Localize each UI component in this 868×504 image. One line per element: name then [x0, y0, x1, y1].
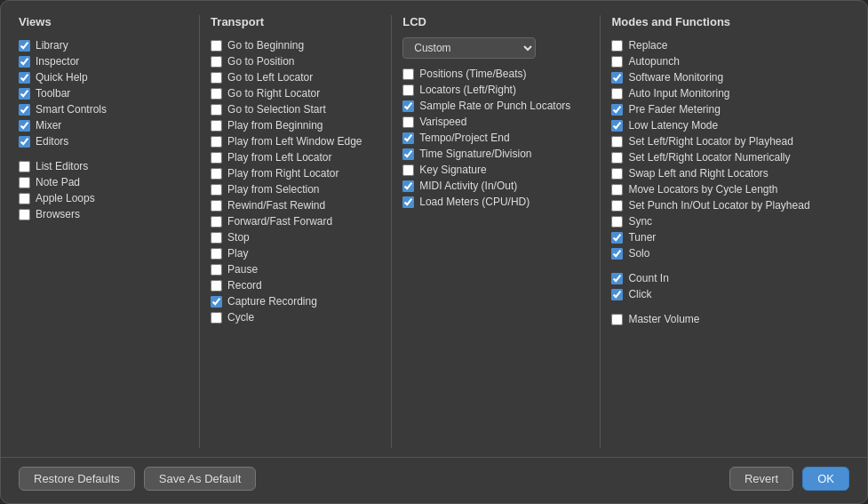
checkbox[interactable] — [611, 56, 623, 68]
checkbox[interactable] — [611, 232, 623, 244]
list-item[interactable]: Swap Left and Right Locators — [611, 165, 849, 181]
checkbox[interactable] — [402, 132, 414, 144]
list-item[interactable]: Replace — [611, 37, 849, 53]
list-item[interactable]: Master Volume — [611, 311, 849, 327]
checkbox[interactable] — [211, 296, 222, 308]
checkbox[interactable] — [19, 56, 30, 68]
checkbox[interactable] — [611, 273, 623, 284]
checkbox[interactable] — [211, 280, 222, 292]
checkbox[interactable] — [211, 136, 222, 148]
checkbox[interactable] — [402, 196, 414, 208]
checkbox[interactable] — [19, 193, 30, 204]
list-item[interactable]: Go to Position — [211, 53, 380, 69]
list-item[interactable]: Browsers — [19, 206, 188, 222]
list-item[interactable]: Key Signature — [402, 162, 589, 178]
lcd-dropdown[interactable]: Custom Time Beats Tempo — [402, 37, 536, 59]
checkbox[interactable] — [19, 40, 30, 52]
list-item[interactable]: Play from Right Locator — [211, 165, 380, 181]
checkbox[interactable] — [211, 88, 222, 100]
checkbox[interactable] — [211, 168, 222, 180]
checkbox[interactable] — [211, 72, 222, 84]
list-item[interactable]: Go to Selection Start — [211, 101, 380, 117]
checkbox[interactable] — [211, 56, 222, 68]
restore-defaults-button[interactable]: Restore Defaults — [19, 467, 135, 491]
list-item[interactable]: Mixer — [19, 117, 188, 133]
list-item[interactable]: Editors — [19, 133, 188, 149]
list-item[interactable]: Locators (Left/Right) — [402, 82, 589, 98]
list-item[interactable]: Click — [611, 286, 849, 302]
list-item[interactable]: Go to Right Locator — [211, 85, 380, 101]
list-item[interactable]: Positions (Time/Beats) — [402, 66, 589, 82]
list-item[interactable]: Play from Selection — [211, 181, 380, 197]
list-item[interactable]: Sync — [611, 213, 849, 229]
checkbox[interactable] — [402, 180, 414, 192]
list-item[interactable]: Pre Fader Metering — [611, 101, 849, 117]
checkbox[interactable] — [402, 116, 414, 128]
list-item[interactable]: List Editors — [19, 158, 188, 174]
checkbox[interactable] — [611, 88, 623, 100]
list-item[interactable]: Set Punch In/Out Locator by Playhead — [611, 197, 849, 213]
list-item[interactable]: Auto Input Monitoring — [611, 85, 849, 101]
list-item[interactable]: Go to Left Locator — [211, 69, 380, 85]
checkbox[interactable] — [611, 200, 623, 212]
checkbox[interactable] — [211, 312, 222, 324]
checkbox[interactable] — [611, 184, 623, 196]
list-item[interactable]: Play from Left Window Edge — [211, 133, 380, 149]
list-item[interactable]: Apple Loops — [19, 190, 188, 206]
list-item[interactable]: Record — [211, 277, 380, 293]
list-item[interactable]: Rewind/Fast Rewind — [211, 197, 380, 213]
list-item[interactable]: Cycle — [211, 309, 380, 325]
list-item[interactable]: Forward/Fast Forward — [211, 213, 380, 229]
list-item[interactable]: Low Latency Mode — [611, 117, 849, 133]
checkbox[interactable] — [611, 120, 623, 132]
checkbox[interactable] — [611, 314, 623, 325]
checkbox[interactable] — [611, 216, 623, 228]
save-as-default-button[interactable]: Save As Default — [144, 467, 257, 491]
checkbox[interactable] — [19, 161, 30, 172]
checkbox[interactable] — [211, 232, 222, 244]
list-item[interactable]: Play from Beginning — [211, 117, 380, 133]
checkbox[interactable] — [19, 120, 30, 132]
list-item[interactable]: Software Monitoring — [611, 69, 849, 85]
checkbox[interactable] — [402, 68, 414, 80]
checkbox[interactable] — [19, 88, 30, 100]
checkbox[interactable] — [611, 72, 623, 84]
list-item[interactable]: Toolbar — [19, 85, 188, 101]
checkbox[interactable] — [402, 148, 414, 160]
checkbox[interactable] — [611, 168, 623, 180]
checkbox[interactable] — [19, 209, 30, 220]
list-item[interactable]: Move Locators by Cycle Length — [611, 181, 849, 197]
revert-button[interactable]: Revert — [729, 467, 793, 491]
list-item[interactable]: Play — [211, 245, 380, 261]
list-item[interactable]: Count In — [611, 270, 849, 286]
ok-button[interactable]: OK — [802, 467, 849, 491]
checkbox[interactable] — [19, 72, 30, 84]
list-item[interactable]: Varispeed — [402, 114, 589, 130]
checkbox[interactable] — [402, 164, 414, 176]
checkbox[interactable] — [211, 104, 222, 116]
list-item[interactable]: MIDI Activity (In/Out) — [402, 178, 589, 194]
list-item[interactable]: Set Left/Right Locator by Playhead — [611, 133, 849, 149]
list-item[interactable]: Sample Rate or Punch Locators — [402, 98, 589, 114]
list-item[interactable]: Solo — [611, 245, 849, 261]
checkbox[interactable] — [211, 264, 222, 276]
checkbox[interactable] — [402, 100, 414, 112]
list-item[interactable]: Library — [19, 37, 188, 53]
checkbox[interactable] — [211, 152, 222, 164]
list-item[interactable]: Quick Help — [19, 69, 188, 85]
checkbox[interactable] — [19, 177, 30, 188]
checkbox[interactable] — [402, 84, 414, 96]
list-item[interactable]: Capture Recording — [211, 293, 380, 309]
list-item[interactable]: Tuner — [611, 229, 849, 245]
list-item[interactable]: Play from Left Locator — [211, 149, 380, 165]
list-item[interactable]: Note Pad — [19, 174, 188, 190]
checkbox[interactable] — [211, 216, 222, 228]
checkbox[interactable] — [211, 120, 222, 132]
list-item[interactable]: Inspector — [19, 53, 188, 69]
list-item[interactable]: Smart Controls — [19, 101, 188, 117]
list-item[interactable]: Load Meters (CPU/HD) — [402, 194, 589, 210]
list-item[interactable]: Go to Beginning — [211, 37, 380, 53]
checkbox[interactable] — [19, 136, 30, 148]
list-item[interactable]: Stop — [211, 229, 380, 245]
checkbox[interactable] — [211, 248, 222, 260]
